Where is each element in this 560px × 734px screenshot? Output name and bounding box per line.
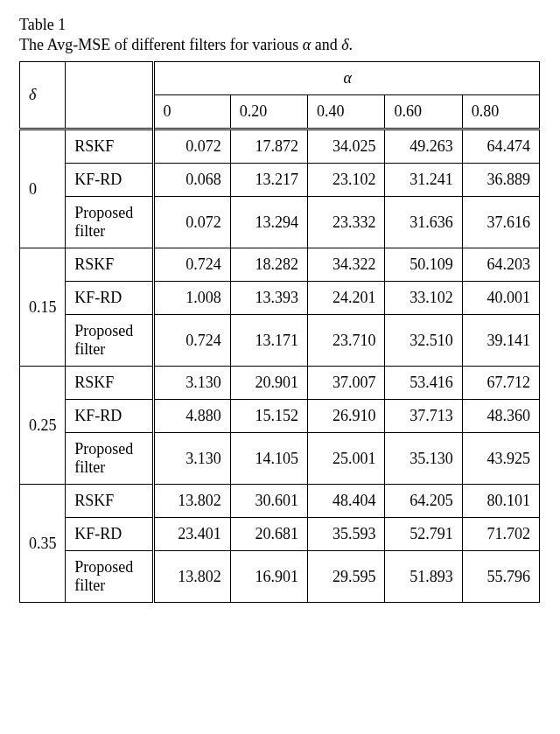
cell: 34.322 (308, 248, 385, 282)
col-alpha-4: 0.80 (462, 95, 539, 129)
header-blank (66, 62, 153, 129)
cell: 31.636 (385, 197, 462, 248)
cell: 13.171 (230, 315, 307, 367)
cell: 18.282 (230, 248, 307, 282)
cell: 48.404 (308, 485, 385, 518)
cell: 23.401 (153, 518, 230, 551)
caption-and: and (311, 36, 341, 53)
filter-name: RSKF (66, 248, 153, 282)
cell: 49.263 (385, 129, 462, 164)
filter-name: Proposed filter (66, 197, 153, 248)
delta-symbol: δ (341, 36, 348, 53)
cell: 30.601 (230, 485, 307, 518)
filter-name: KF-RD (66, 282, 153, 315)
cell: 25.001 (308, 433, 385, 485)
cell: 13.802 (153, 485, 230, 518)
header-delta: δ (20, 62, 66, 129)
filter-name: Proposed filter (66, 551, 153, 603)
cell: 0.724 (153, 315, 230, 367)
data-table: δ α 0 0.20 0.40 0.60 0.80 0 RSKF 0.072 1… (19, 61, 540, 603)
cell: 14.105 (230, 433, 307, 485)
col-alpha-3: 0.60 (385, 95, 462, 129)
cell: 34.025 (308, 129, 385, 164)
caption-end: . (349, 36, 354, 53)
cell: 23.332 (308, 197, 385, 248)
cell: 37.616 (462, 197, 539, 248)
cell: 1.008 (153, 282, 230, 315)
filter-name: KF-RD (66, 400, 153, 433)
filter-name: RSKF (66, 367, 153, 400)
cell: 0.072 (153, 197, 230, 248)
table-caption: The Avg-MSE of different filters for var… (19, 36, 541, 54)
cell: 16.901 (230, 551, 307, 603)
delta-cell: 0.25 (20, 367, 66, 485)
delta-symbol: δ (29, 86, 36, 103)
cell: 50.109 (385, 248, 462, 282)
cell: 80.101 (462, 485, 539, 518)
cell: 24.201 (308, 282, 385, 315)
cell: 64.474 (462, 129, 539, 164)
col-alpha-0: 0 (153, 95, 230, 129)
cell: 37.007 (308, 367, 385, 400)
alpha-symbol: α (303, 36, 311, 53)
cell: 15.152 (230, 400, 307, 433)
cell: 48.360 (462, 400, 539, 433)
cell: 0.724 (153, 248, 230, 282)
delta-cell: 0.35 (20, 485, 66, 603)
filter-name: KF-RD (66, 518, 153, 551)
cell: 23.710 (308, 315, 385, 367)
cell: 52.791 (385, 518, 462, 551)
cell: 3.130 (153, 367, 230, 400)
col-alpha-1: 0.20 (230, 95, 307, 129)
cell: 20.681 (230, 518, 307, 551)
cell: 35.130 (385, 433, 462, 485)
cell: 43.925 (462, 433, 539, 485)
col-alpha-2: 0.40 (308, 95, 385, 129)
cell: 35.593 (308, 518, 385, 551)
cell: 20.901 (230, 367, 307, 400)
cell: 64.205 (385, 485, 462, 518)
cell: 53.416 (385, 367, 462, 400)
alpha-symbol: α (344, 69, 352, 87)
cell: 36.889 (462, 164, 539, 197)
cell: 29.595 (308, 551, 385, 603)
cell: 13.802 (153, 551, 230, 603)
filter-name: RSKF (66, 129, 153, 164)
caption-prefix: The Avg-MSE of different filters for var… (19, 36, 303, 53)
cell: 13.217 (230, 164, 307, 197)
filter-name: Proposed filter (66, 315, 153, 367)
delta-cell: 0.15 (20, 248, 66, 367)
filter-name: Proposed filter (66, 433, 153, 485)
header-alpha: α (153, 62, 540, 95)
cell: 0.068 (153, 164, 230, 197)
cell: 37.713 (385, 400, 462, 433)
cell: 17.872 (230, 129, 307, 164)
filter-name: RSKF (66, 485, 153, 518)
cell: 23.102 (308, 164, 385, 197)
cell: 32.510 (385, 315, 462, 367)
filter-name: KF-RD (66, 164, 153, 197)
cell: 67.712 (462, 367, 539, 400)
table-label: Table 1 (19, 16, 541, 34)
cell: 13.393 (230, 282, 307, 315)
delta-cell: 0 (20, 129, 66, 248)
cell: 71.702 (462, 518, 539, 551)
cell: 55.796 (462, 551, 539, 603)
cell: 13.294 (230, 197, 307, 248)
cell: 4.880 (153, 400, 230, 433)
cell: 3.130 (153, 433, 230, 485)
cell: 26.910 (308, 400, 385, 433)
cell: 31.241 (385, 164, 462, 197)
cell: 33.102 (385, 282, 462, 315)
cell: 64.203 (462, 248, 539, 282)
cell: 39.141 (462, 315, 539, 367)
cell: 51.893 (385, 551, 462, 603)
cell: 40.001 (462, 282, 539, 315)
cell: 0.072 (153, 129, 230, 164)
